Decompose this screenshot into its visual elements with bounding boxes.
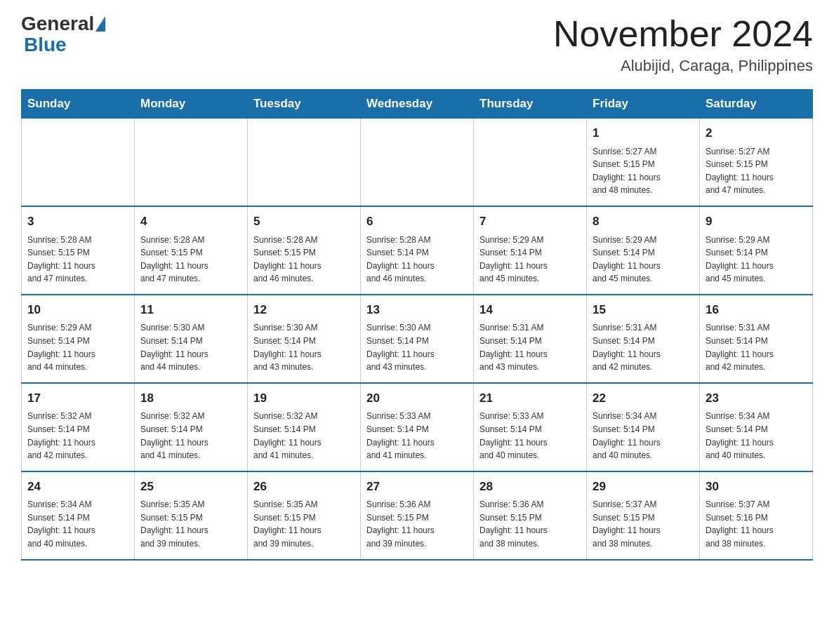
calendar-cell: 24Sunrise: 5:34 AMSunset: 5:14 PMDayligh… bbox=[22, 471, 135, 560]
logo-general-text: General bbox=[21, 14, 94, 34]
day-info: Sunrise: 5:35 AMSunset: 5:15 PMDaylight:… bbox=[140, 498, 241, 550]
calendar-cell: 7Sunrise: 5:29 AMSunset: 5:14 PMDaylight… bbox=[474, 206, 587, 295]
day-info: Sunrise: 5:31 AMSunset: 5:14 PMDaylight:… bbox=[706, 321, 807, 373]
day-number: 2 bbox=[706, 124, 807, 142]
calendar-week-5: 24Sunrise: 5:34 AMSunset: 5:14 PMDayligh… bbox=[22, 471, 813, 560]
calendar-cell: 14Sunrise: 5:31 AMSunset: 5:14 PMDayligh… bbox=[474, 295, 587, 383]
day-number: 13 bbox=[366, 301, 468, 319]
day-info: Sunrise: 5:37 AMSunset: 5:15 PMDaylight:… bbox=[593, 498, 694, 550]
calendar-week-3: 10Sunrise: 5:29 AMSunset: 5:14 PMDayligh… bbox=[22, 295, 813, 383]
day-info: Sunrise: 5:32 AMSunset: 5:14 PMDaylight:… bbox=[253, 410, 355, 462]
day-info: Sunrise: 5:27 AMSunset: 5:15 PMDaylight:… bbox=[593, 145, 694, 197]
month-title: November 2024 bbox=[553, 14, 813, 54]
calendar-header-row: SundayMondayTuesdayWednesdayThursdayFrid… bbox=[22, 90, 813, 119]
day-number: 16 bbox=[706, 301, 807, 319]
calendar-cell: 11Sunrise: 5:30 AMSunset: 5:14 PMDayligh… bbox=[135, 295, 248, 383]
calendar-cell: 18Sunrise: 5:32 AMSunset: 5:14 PMDayligh… bbox=[135, 383, 248, 471]
header-tuesday: Tuesday bbox=[248, 90, 361, 119]
header-friday: Friday bbox=[587, 90, 700, 119]
day-number: 27 bbox=[366, 478, 468, 496]
calendar-cell bbox=[474, 119, 587, 206]
day-number: 20 bbox=[366, 389, 468, 408]
day-info: Sunrise: 5:30 AMSunset: 5:14 PMDaylight:… bbox=[253, 321, 355, 373]
calendar-cell: 6Sunrise: 5:28 AMSunset: 5:14 PMDaylight… bbox=[361, 206, 474, 295]
day-number: 30 bbox=[706, 478, 807, 496]
day-info: Sunrise: 5:28 AMSunset: 5:15 PMDaylight:… bbox=[27, 234, 128, 286]
calendar-cell: 17Sunrise: 5:32 AMSunset: 5:14 PMDayligh… bbox=[22, 383, 135, 471]
day-number: 29 bbox=[593, 478, 694, 496]
day-number: 28 bbox=[479, 478, 581, 496]
header-monday: Monday bbox=[135, 90, 248, 119]
day-info: Sunrise: 5:31 AMSunset: 5:14 PMDaylight:… bbox=[479, 321, 581, 373]
day-number: 3 bbox=[27, 213, 128, 231]
day-info: Sunrise: 5:36 AMSunset: 5:15 PMDaylight:… bbox=[479, 498, 581, 550]
calendar-cell bbox=[22, 119, 135, 206]
day-info: Sunrise: 5:29 AMSunset: 5:14 PMDaylight:… bbox=[593, 234, 694, 286]
calendar-cell: 8Sunrise: 5:29 AMSunset: 5:14 PMDaylight… bbox=[587, 206, 700, 295]
day-number: 22 bbox=[593, 389, 694, 408]
day-number: 8 bbox=[593, 213, 694, 231]
day-info: Sunrise: 5:35 AMSunset: 5:15 PMDaylight:… bbox=[253, 498, 355, 550]
day-number: 21 bbox=[479, 389, 581, 408]
day-info: Sunrise: 5:29 AMSunset: 5:14 PMDaylight:… bbox=[27, 321, 128, 373]
calendar-week-1: 1Sunrise: 5:27 AMSunset: 5:15 PMDaylight… bbox=[22, 119, 813, 206]
day-number: 15 bbox=[593, 301, 694, 319]
calendar-week-2: 3Sunrise: 5:28 AMSunset: 5:15 PMDaylight… bbox=[22, 206, 813, 295]
calendar-cell: 19Sunrise: 5:32 AMSunset: 5:14 PMDayligh… bbox=[248, 383, 361, 471]
day-info: Sunrise: 5:27 AMSunset: 5:15 PMDaylight:… bbox=[706, 145, 807, 197]
day-number: 9 bbox=[706, 213, 807, 231]
calendar-cell bbox=[361, 119, 474, 206]
calendar-cell: 15Sunrise: 5:31 AMSunset: 5:14 PMDayligh… bbox=[587, 295, 700, 383]
day-info: Sunrise: 5:30 AMSunset: 5:14 PMDaylight:… bbox=[366, 321, 468, 373]
calendar-cell: 3Sunrise: 5:28 AMSunset: 5:15 PMDaylight… bbox=[22, 206, 135, 295]
day-info: Sunrise: 5:33 AMSunset: 5:14 PMDaylight:… bbox=[366, 410, 468, 462]
calendar-cell: 25Sunrise: 5:35 AMSunset: 5:15 PMDayligh… bbox=[135, 471, 248, 560]
day-number: 17 bbox=[27, 389, 128, 408]
day-number: 7 bbox=[479, 213, 581, 231]
day-info: Sunrise: 5:33 AMSunset: 5:14 PMDaylight:… bbox=[479, 410, 581, 462]
day-info: Sunrise: 5:34 AMSunset: 5:14 PMDaylight:… bbox=[593, 410, 694, 462]
day-number: 11 bbox=[140, 301, 241, 319]
calendar-cell: 26Sunrise: 5:35 AMSunset: 5:15 PMDayligh… bbox=[248, 471, 361, 560]
calendar-cell: 20Sunrise: 5:33 AMSunset: 5:14 PMDayligh… bbox=[361, 383, 474, 471]
day-info: Sunrise: 5:30 AMSunset: 5:14 PMDaylight:… bbox=[140, 321, 241, 373]
header: General Blue November 2024 Alubijid, Car… bbox=[21, 14, 813, 75]
calendar-cell: 2Sunrise: 5:27 AMSunset: 5:15 PMDaylight… bbox=[700, 119, 813, 206]
day-number: 10 bbox=[27, 301, 128, 319]
logo: General Blue bbox=[21, 14, 107, 56]
day-number: 23 bbox=[706, 389, 807, 408]
calendar-cell: 16Sunrise: 5:31 AMSunset: 5:14 PMDayligh… bbox=[700, 295, 813, 383]
header-sunday: Sunday bbox=[22, 90, 135, 119]
calendar-cell: 1Sunrise: 5:27 AMSunset: 5:15 PMDaylight… bbox=[587, 119, 700, 206]
logo-triangle-icon bbox=[95, 16, 105, 32]
day-info: Sunrise: 5:28 AMSunset: 5:15 PMDaylight:… bbox=[140, 234, 241, 286]
day-number: 12 bbox=[253, 301, 355, 319]
day-number: 5 bbox=[253, 213, 355, 231]
day-info: Sunrise: 5:32 AMSunset: 5:14 PMDaylight:… bbox=[27, 410, 128, 462]
header-thursday: Thursday bbox=[474, 90, 587, 119]
calendar-cell: 12Sunrise: 5:30 AMSunset: 5:14 PMDayligh… bbox=[248, 295, 361, 383]
calendar-cell bbox=[135, 119, 248, 206]
day-info: Sunrise: 5:28 AMSunset: 5:14 PMDaylight:… bbox=[366, 234, 468, 286]
day-number: 1 bbox=[593, 124, 694, 142]
day-info: Sunrise: 5:29 AMSunset: 5:14 PMDaylight:… bbox=[479, 234, 581, 286]
logo-blue-text: Blue bbox=[24, 34, 67, 55]
calendar-cell: 22Sunrise: 5:34 AMSunset: 5:14 PMDayligh… bbox=[587, 383, 700, 471]
day-number: 4 bbox=[140, 213, 241, 231]
day-number: 6 bbox=[366, 213, 468, 231]
day-number: 18 bbox=[140, 389, 241, 408]
calendar-cell: 21Sunrise: 5:33 AMSunset: 5:14 PMDayligh… bbox=[474, 383, 587, 471]
calendar-cell: 13Sunrise: 5:30 AMSunset: 5:14 PMDayligh… bbox=[361, 295, 474, 383]
day-number: 19 bbox=[253, 389, 355, 408]
day-info: Sunrise: 5:34 AMSunset: 5:14 PMDaylight:… bbox=[27, 498, 128, 550]
day-number: 24 bbox=[27, 478, 128, 496]
day-number: 25 bbox=[140, 478, 241, 496]
day-info: Sunrise: 5:32 AMSunset: 5:14 PMDaylight:… bbox=[140, 410, 241, 462]
calendar-cell: 4Sunrise: 5:28 AMSunset: 5:15 PMDaylight… bbox=[135, 206, 248, 295]
calendar-week-4: 17Sunrise: 5:32 AMSunset: 5:14 PMDayligh… bbox=[22, 383, 813, 471]
location-title: Alubijid, Caraga, Philippines bbox=[553, 57, 813, 75]
calendar-cell: 10Sunrise: 5:29 AMSunset: 5:14 PMDayligh… bbox=[22, 295, 135, 383]
calendar-cell bbox=[248, 119, 361, 206]
day-info: Sunrise: 5:34 AMSunset: 5:14 PMDaylight:… bbox=[706, 410, 807, 462]
calendar: SundayMondayTuesdayWednesdayThursdayFrid… bbox=[21, 89, 813, 560]
